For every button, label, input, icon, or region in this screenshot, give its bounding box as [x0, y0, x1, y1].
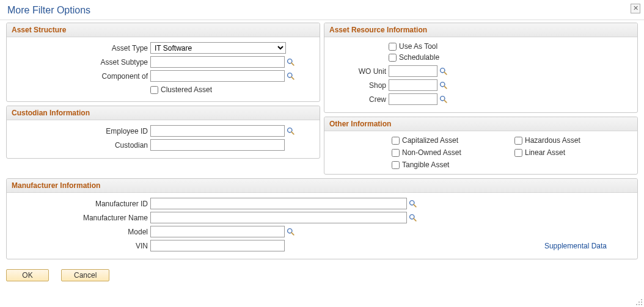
capitalized-asset-label: Capitalized Asset — [402, 136, 458, 145]
clustered-asset-label: Clustered Asset — [161, 85, 212, 94]
shop-label: Shop — [331, 81, 389, 90]
wo-unit-label: WO Unit — [331, 67, 389, 76]
asset-structure-fieldset: Asset Structure Asset Type IT Software A… — [6, 23, 320, 102]
schedulable-checkbox[interactable] — [389, 54, 397, 62]
schedulable-label: Schedulable — [399, 53, 439, 62]
svg-line-1 — [291, 63, 294, 65]
tangible-asset-label: Tangible Asset — [402, 161, 449, 169]
svg-line-7 — [444, 72, 447, 74]
use-as-tool-label: Use As Tool — [399, 42, 437, 51]
linear-asset-checkbox[interactable] — [514, 149, 522, 157]
non-owned-asset-checkbox[interactable] — [392, 149, 400, 157]
custodian-label: Custodian — [13, 141, 150, 150]
svg-point-18 — [641, 299, 642, 300]
asset-type-label: Asset Type — [13, 44, 150, 52]
close-icon[interactable]: ✕ — [631, 4, 640, 13]
cancel-button[interactable]: Cancel — [61, 269, 109, 281]
svg-point-20 — [641, 302, 642, 303]
component-of-label: Component of — [13, 72, 150, 81]
svg-point-19 — [639, 302, 640, 303]
svg-line-15 — [414, 219, 416, 221]
magnifier-icon[interactable] — [439, 67, 448, 76]
magnifier-icon[interactable] — [409, 200, 417, 208]
asset-resource-fieldset: Asset Resource Information Use As Tool S… — [324, 23, 638, 113]
tangible-asset-checkbox[interactable] — [392, 161, 400, 169]
svg-point-22 — [639, 304, 640, 305]
linear-asset-label: Linear Asset — [525, 148, 565, 157]
magnifier-icon[interactable] — [409, 214, 417, 222]
use-as-tool-checkbox[interactable] — [389, 43, 397, 51]
manufacturer-fieldset: Manufacturer Information Manufacturer ID… — [6, 178, 638, 259]
asset-subtype-label: Asset Subtype — [13, 58, 150, 67]
manufacturer-id-input[interactable] — [150, 198, 407, 209]
svg-line-13 — [414, 204, 416, 207]
svg-point-23 — [641, 304, 642, 305]
manufacturer-legend: Manufacturer Information — [7, 179, 637, 193]
other-info-legend: Other Information — [324, 117, 637, 131]
model-label: Model — [13, 228, 150, 236]
custodian-input[interactable] — [150, 139, 285, 151]
magnifier-icon[interactable] — [287, 127, 295, 135]
capitalized-asset-checkbox[interactable] — [392, 137, 400, 145]
svg-line-17 — [291, 233, 294, 235]
ok-button[interactable]: OK — [6, 269, 49, 281]
svg-line-9 — [444, 86, 447, 88]
manufacturer-id-label: Manufacturer ID — [13, 200, 150, 208]
resize-grip-icon[interactable] — [635, 298, 643, 306]
shop-input[interactable] — [389, 79, 437, 91]
model-input[interactable] — [150, 226, 285, 237]
page-title: More Filter Options — [0, 0, 644, 20]
manufacturer-name-label: Manufacturer Name — [13, 214, 150, 222]
asset-subtype-input[interactable] — [150, 56, 285, 68]
magnifier-icon[interactable] — [439, 81, 448, 90]
non-owned-asset-label: Non-Owned Asset — [402, 148, 461, 157]
manufacturer-name-input[interactable] — [150, 212, 407, 223]
vin-label: VIN — [13, 242, 150, 250]
magnifier-icon[interactable] — [287, 72, 295, 81]
asset-type-select[interactable]: IT Software — [150, 42, 286, 54]
wo-unit-input[interactable] — [389, 65, 437, 77]
asset-resource-legend: Asset Resource Information — [324, 23, 637, 37]
custodian-fieldset: Custodian Information Employee ID Custod… — [6, 106, 320, 159]
clustered-asset-checkbox[interactable] — [150, 86, 158, 94]
component-of-input[interactable] — [150, 70, 285, 82]
magnifier-icon[interactable] — [439, 95, 448, 104]
magnifier-icon[interactable] — [287, 58, 295, 67]
crew-input[interactable] — [389, 93, 437, 105]
asset-structure-legend: Asset Structure — [7, 23, 320, 37]
supplemental-data-link[interactable]: Supplemental Data — [544, 242, 607, 250]
employee-id-label: Employee ID — [13, 127, 150, 135]
custodian-legend: Custodian Information — [7, 106, 320, 120]
svg-line-3 — [291, 77, 294, 79]
svg-point-21 — [636, 304, 637, 305]
crew-label: Crew — [331, 95, 389, 104]
other-info-fieldset: Other Information Capitalized Asset Haza… — [324, 117, 638, 175]
vin-input[interactable] — [150, 240, 285, 251]
svg-line-11 — [444, 100, 447, 103]
employee-id-input[interactable] — [150, 125, 285, 137]
magnifier-icon[interactable] — [287, 228, 295, 236]
hazardous-asset-checkbox[interactable] — [514, 137, 522, 145]
hazardous-asset-label: Hazardous Asset — [525, 136, 580, 145]
svg-line-5 — [291, 132, 294, 134]
